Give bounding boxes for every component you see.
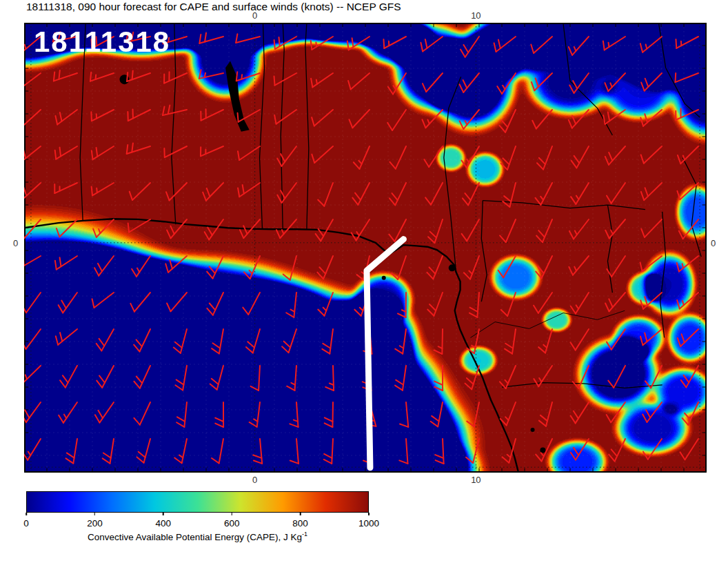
colorbar-tick: 1000 bbox=[358, 513, 379, 529]
colorbar-caption-text: Convective Available Potential Energy (C… bbox=[88, 532, 302, 542]
colorbar-caption-sup: -1 bbox=[302, 531, 307, 537]
colorbar-tick-label: 800 bbox=[292, 518, 308, 529]
colorbar-tick-mark bbox=[300, 513, 301, 515]
colorbar-tick: 0 bbox=[23, 513, 29, 529]
colorbar-caption: Convective Available Potential Energy (C… bbox=[26, 531, 369, 542]
colorbar-tick-label: 200 bbox=[87, 518, 103, 529]
colorbar-tick-label: 600 bbox=[224, 518, 240, 529]
axis-tick-label-bottom: 0 bbox=[252, 475, 257, 485]
cape-wind-map-canvas bbox=[24, 23, 707, 473]
figure-title: 18111318, 090 hour forecast for CAPE and… bbox=[26, 1, 401, 13]
map-datetime-label: 18111318 bbox=[34, 26, 170, 59]
colorbar-tick-mark bbox=[368, 513, 370, 515]
cape-forecast-figure: 18111318, 090 hour forecast for CAPE and… bbox=[0, 0, 728, 563]
colorbar-tick: 600 bbox=[224, 513, 240, 529]
axis-tick-label-left: 0 bbox=[13, 237, 18, 248]
colorbar-tick-row: 02004006008001000 bbox=[26, 513, 369, 529]
colorbar-tick-label: 400 bbox=[156, 518, 172, 529]
axis-tick-label-bottom: 10 bbox=[471, 475, 481, 485]
colorbar-tick: 800 bbox=[292, 513, 308, 529]
map-panel: 18111318 01001000 bbox=[24, 23, 707, 473]
axis-tick-label-right: 0 bbox=[711, 237, 716, 248]
axis-tick-label-top: 0 bbox=[252, 10, 257, 21]
colorbar-tick-mark bbox=[231, 513, 232, 515]
colorbar-gradient bbox=[26, 491, 369, 513]
colorbar: 02004006008001000 Convective Available P… bbox=[26, 491, 369, 542]
colorbar-tick-mark bbox=[163, 513, 164, 515]
colorbar-tick-label: 1000 bbox=[358, 518, 379, 529]
colorbar-tick-label: 0 bbox=[23, 518, 29, 529]
colorbar-tick: 400 bbox=[156, 513, 172, 529]
colorbar-tick-mark bbox=[26, 513, 27, 515]
colorbar-tick: 200 bbox=[87, 513, 103, 529]
colorbar-tick-mark bbox=[94, 513, 96, 515]
axis-tick-label-top: 10 bbox=[471, 10, 481, 21]
